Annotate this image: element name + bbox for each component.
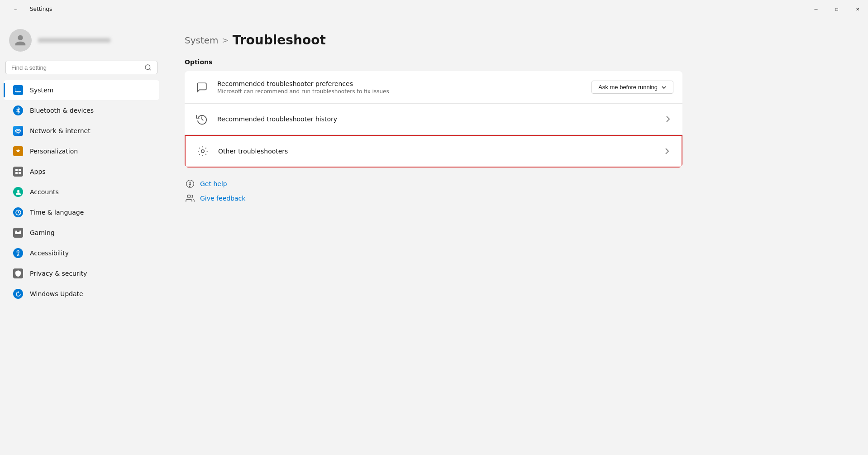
bluetooth-icon [13, 105, 24, 116]
sidebar-item-label-bluetooth: Bluetooth & devices [30, 107, 94, 114]
option-other[interactable]: Other troubleshooters [185, 135, 682, 168]
get-help-label: Get help [200, 180, 227, 187]
sidebar-item-network[interactable]: Network & internet [4, 121, 159, 141]
svg-rect-14 [19, 230, 21, 233]
apps-icon [13, 166, 24, 177]
preferences-subtitle: Microsoft can recommend and run troubles… [217, 88, 584, 95]
accessibility-icon [13, 248, 24, 259]
help-links: Get help Give feedback [185, 178, 846, 204]
sidebar-item-label-system: System [30, 86, 53, 94]
get-help-link[interactable]: Get help [185, 178, 227, 189]
give-feedback-icon [185, 193, 196, 204]
other-text: Other troubleshooters [218, 148, 654, 155]
update-icon [13, 288, 24, 299]
breadcrumb-parent[interactable]: System [185, 35, 219, 46]
history-icon [194, 111, 210, 127]
sidebar-item-label-apps: Apps [30, 168, 46, 175]
svg-point-20 [187, 195, 191, 198]
history-title: Recommended troubleshooter history [217, 115, 655, 123]
app-container: System Bluetooth & devices [0, 18, 868, 455]
avatar [9, 29, 32, 52]
other-icon [195, 143, 211, 159]
accounts-icon [13, 187, 24, 197]
svg-rect-9 [19, 172, 21, 174]
sidebar-item-accessibility[interactable]: Accessibility [4, 243, 159, 263]
preferences-dropdown[interactable]: Ask me before running [591, 81, 673, 94]
svg-rect-6 [15, 169, 18, 171]
sidebar-item-label-gaming: Gaming [30, 229, 55, 236]
minimize-button[interactable]: ─ [806, 2, 826, 16]
sidebar-item-privacy[interactable]: Privacy & security [4, 263, 159, 283]
user-name [38, 38, 110, 43]
svg-rect-13 [15, 230, 17, 233]
titlebar-left: ← Settings [5, 2, 52, 16]
options-container: Recommended troubleshooter preferences M… [185, 71, 682, 168]
privacy-icon [13, 268, 24, 279]
preferences-title: Recommended troubleshooter preferences [217, 80, 584, 87]
main-content: System > Troubleshoot Options Recommende… [163, 18, 868, 455]
network-icon [13, 125, 24, 136]
sidebar-item-system[interactable]: System [4, 80, 159, 100]
preferences-action[interactable]: Ask me before running [591, 81, 673, 94]
sidebar-item-label-accessibility: Accessibility [30, 249, 69, 257]
sidebar-item-personalization[interactable]: Personalization [4, 141, 159, 161]
sidebar-nav: System Bluetooth & devices [0, 80, 163, 304]
breadcrumb: System > Troubleshoot [185, 33, 846, 48]
maximize-button[interactable]: □ [826, 2, 847, 16]
give-feedback-label: Give feedback [200, 195, 245, 202]
titlebar-title: Settings [30, 6, 52, 12]
time-icon [13, 207, 24, 218]
search-input[interactable] [11, 64, 141, 71]
svg-point-15 [18, 250, 19, 251]
options-section-label: Options [185, 58, 846, 66]
other-chevron [662, 146, 672, 157]
svg-point-5 [18, 133, 19, 134]
svg-point-18 [190, 182, 191, 183]
preferences-icon [194, 79, 210, 96]
search-box[interactable] [5, 61, 157, 74]
system-icon [13, 85, 24, 96]
other-title: Other troubleshooters [218, 148, 654, 155]
user-section [0, 25, 163, 61]
sidebar-item-label-network: Network & internet [30, 127, 91, 134]
history-text: Recommended troubleshooter history [217, 115, 655, 123]
sidebar-item-label-update: Windows Update [30, 290, 83, 297]
svg-rect-1 [15, 88, 21, 91]
personalization-icon [13, 146, 24, 157]
gaming-icon [13, 227, 24, 238]
sidebar: System Bluetooth & devices [0, 18, 163, 455]
sidebar-item-gaming[interactable]: Gaming [4, 223, 159, 243]
titlebar: ← Settings ─ □ ✕ [0, 0, 868, 18]
sidebar-item-label-personalization: Personalization [30, 148, 78, 155]
sidebar-item-label-accounts: Accounts [30, 188, 59, 196]
svg-rect-7 [19, 169, 21, 171]
sidebar-item-update[interactable]: Windows Update [4, 284, 159, 304]
sidebar-item-time[interactable]: Time & language [4, 202, 159, 222]
svg-point-0 [145, 65, 150, 70]
page-title: Troubleshoot [233, 33, 326, 48]
give-feedback-link[interactable]: Give feedback [185, 193, 245, 204]
close-button[interactable]: ✕ [847, 2, 868, 16]
page-title-container: System > Troubleshoot [185, 33, 846, 48]
search-icon [144, 64, 152, 71]
titlebar-controls: ─ □ ✕ [806, 2, 868, 16]
sidebar-item-apps[interactable]: Apps [4, 162, 159, 182]
svg-rect-8 [15, 172, 18, 174]
option-preferences[interactable]: Recommended troubleshooter preferences M… [185, 71, 682, 104]
svg-point-19 [189, 186, 191, 187]
preferences-text: Recommended troubleshooter preferences M… [217, 80, 584, 95]
svg-point-10 [17, 190, 19, 192]
sidebar-item-label-privacy: Privacy & security [30, 270, 87, 277]
sidebar-item-label-time: Time & language [30, 209, 84, 216]
sidebar-item-accounts[interactable]: Accounts [4, 182, 159, 202]
svg-point-16 [201, 150, 205, 153]
breadcrumb-separator: > [222, 35, 229, 45]
dropdown-value: Ask me before running [598, 84, 658, 91]
sidebar-item-bluetooth[interactable]: Bluetooth & devices [4, 101, 159, 120]
history-chevron [663, 114, 673, 125]
option-history[interactable]: Recommended troubleshooter history [185, 104, 682, 135]
get-help-icon [185, 178, 196, 189]
back-button[interactable]: ← [5, 2, 26, 16]
